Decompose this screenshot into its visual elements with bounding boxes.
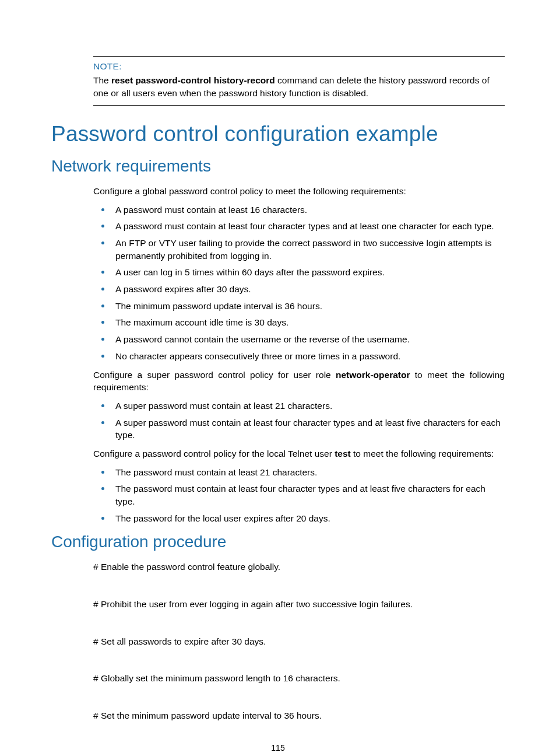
procedure-step: # Globally set the minimum password leng…: [93, 672, 505, 685]
list-item: A password expires after 30 days.: [93, 283, 505, 296]
list-item: The password must contain at least 21 ch…: [93, 466, 505, 479]
list-item: The password must contain at least four …: [93, 482, 505, 508]
requirements-super-intro: Configure a super password control polic…: [93, 369, 505, 394]
page-title: Password control configuration example: [51, 122, 505, 146]
list-item: The minimum password update interval is …: [93, 300, 505, 313]
note-box: NOTE: The reset password-control history…: [93, 56, 505, 106]
requirements-list-local: The password must contain at least 21 ch…: [51, 466, 505, 525]
requirements-intro: Configure a global password control poli…: [93, 185, 505, 198]
procedure-step: # Set all passwords to expire after 30 d…: [93, 635, 505, 648]
local-post: to meet the following requirements:: [351, 449, 494, 459]
requirements-list-global: A password must contain at least 16 char…: [51, 204, 505, 363]
super-bold: network-operator: [336, 370, 410, 380]
note-body-pre: The: [93, 75, 111, 85]
list-item: A user can log in 5 times within 60 days…: [93, 266, 505, 279]
section-heading-requirements: Network requirements: [51, 157, 505, 176]
note-body: The reset password-control history-recor…: [93, 74, 505, 100]
requirements-list-super: A super password must contain at least 2…: [51, 400, 505, 442]
super-pre: Configure a super password control polic…: [93, 370, 336, 380]
page-number: 115: [0, 743, 556, 752]
list-item: A password must contain at least four ch…: [93, 220, 505, 233]
list-item: No character appears consecutively three…: [93, 350, 505, 363]
procedure-step: # Enable the password control feature gl…: [93, 561, 505, 573]
local-pre: Configure a password control policy for …: [93, 449, 335, 459]
procedure-step: # Prohibit the user from ever logging in…: [93, 598, 505, 611]
list-item: A password cannot contain the username o…: [93, 333, 505, 346]
page: NOTE: The reset password-control history…: [0, 0, 556, 756]
list-item: An FTP or VTY user failing to provide th…: [93, 237, 505, 262]
requirements-local-intro: Configure a password control policy for …: [93, 447, 505, 460]
note-body-bold: reset password-control history-record: [111, 75, 275, 85]
list-item: The password for the local user expires …: [93, 512, 505, 525]
local-bold: test: [335, 449, 351, 459]
list-item: The maximum account idle time is 30 days…: [93, 316, 505, 329]
list-item: A super password must contain at least f…: [93, 416, 505, 442]
procedure-step: # Set the minimum password update interv…: [93, 709, 505, 722]
section-heading-procedure: Configuration procedure: [51, 533, 505, 551]
list-item: A password must contain at least 16 char…: [93, 204, 505, 216]
list-item: A super password must contain at least 2…: [93, 400, 505, 412]
note-label: NOTE:: [93, 61, 505, 72]
